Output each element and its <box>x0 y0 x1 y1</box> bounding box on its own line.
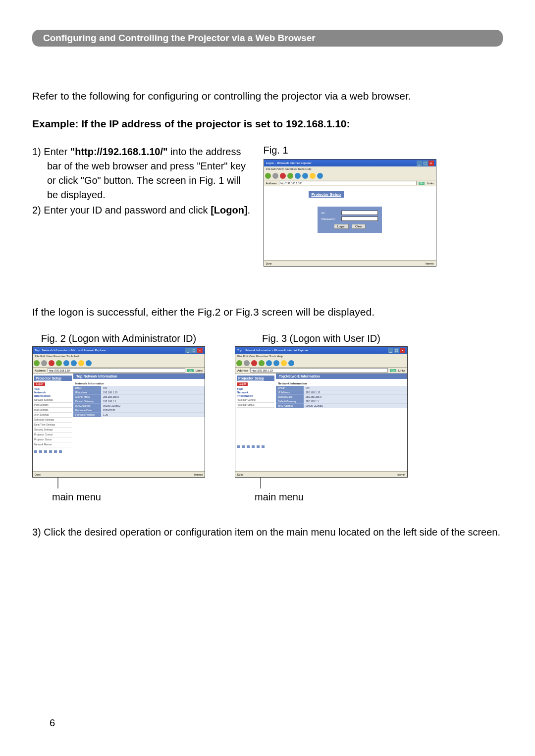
table-row: IP Address192.168.1.10 <box>73 390 205 395</box>
sidebar-item[interactable]: Security Settings <box>34 428 72 432</box>
section-title: Configuring and Controlling the Projecto… <box>43 33 316 43</box>
close-icon: × <box>400 348 405 353</box>
maximize-icon: □ <box>423 161 428 166</box>
home-icon <box>266 360 272 366</box>
history-icon <box>317 173 323 179</box>
statusbar: Done Internet <box>264 260 436 266</box>
sidebar-item[interactable]: Port Settings <box>34 403 72 408</box>
forward-icon <box>244 360 250 366</box>
toolbar <box>264 171 436 180</box>
sidebar-item[interactable]: Network Settings <box>34 398 72 403</box>
main-title: Top:Network Information <box>276 374 407 379</box>
logon-content: Projector Setup ID: Password: Logon <box>264 186 436 243</box>
favorites-icon <box>310 173 316 179</box>
success-text: If the logon is successful, either the F… <box>32 306 503 318</box>
close-icon: × <box>428 161 434 166</box>
step-2: 2) Enter your ID and password and click … <box>32 203 254 217</box>
sidebar-item[interactable]: Projector Status <box>237 403 274 408</box>
refresh-icon <box>56 360 62 366</box>
clear-button[interactable]: Clear <box>352 224 366 229</box>
sidebar-user: Projector Setup Logoff Top: Network Info… <box>235 374 276 477</box>
minimize-icon: _ <box>417 161 422 166</box>
intro-text: Refer to the following for configuring o… <box>32 89 503 103</box>
sidebar-item[interactable]: Projector Control <box>34 432 72 437</box>
back-icon <box>34 360 40 366</box>
fig2-caption: Fig. 2 (Logon with Administrator ID) <box>32 333 205 344</box>
forward-icon <box>272 173 278 179</box>
history-icon <box>86 360 92 366</box>
maximize-icon: □ <box>394 348 399 353</box>
search-icon <box>302 173 308 179</box>
go-button[interactable]: Go <box>419 182 425 185</box>
maximize-icon: □ <box>191 348 197 353</box>
section-header: Configuring and Controlling the Projecto… <box>32 30 503 47</box>
table-row: MAC Address00006F2E956D <box>276 404 407 408</box>
main-title: Top:Network Information <box>73 374 205 379</box>
addressbar: Address Go Links <box>264 180 436 186</box>
history-icon <box>288 360 294 366</box>
refresh-icon <box>287 173 293 179</box>
address-input[interactable] <box>279 181 417 185</box>
table-row: IP Address192.168.1.10 <box>276 390 407 395</box>
menubar: File Edit View Favorites Tools Help <box>264 166 436 171</box>
sidebar-item[interactable]: Schedule Settings <box>34 418 72 423</box>
step-1: 1) Enter "http://192.168.1.10/" into the… <box>32 145 254 202</box>
step-1-url: "http://192.168.1.10/" <box>70 146 168 157</box>
go-button[interactable]: Go <box>390 369 396 372</box>
logon-button[interactable]: Logon <box>334 224 349 229</box>
stop-icon <box>280 173 286 179</box>
fig3-screenshot: Top : Network Information - Microsoft In… <box>235 346 408 478</box>
fig1-label: Fig. 1 <box>264 145 503 156</box>
stop-icon <box>251 360 257 366</box>
minimize-icon: _ <box>388 348 393 353</box>
close-icon: × <box>197 348 203 353</box>
sidebar-item[interactable]: Projector Control <box>237 398 274 403</box>
sidebar-item[interactable]: Date/Time Settings <box>34 423 72 428</box>
minimize-icon: _ <box>185 348 191 353</box>
fig2-screenshot: Top : Network Information - Microsoft In… <box>32 346 205 478</box>
sidebar-item[interactable]: Mail Settings <box>34 408 72 413</box>
back-icon <box>265 173 271 179</box>
refresh-icon <box>259 360 265 366</box>
table-row: Default Gateway192.168.1.1 <box>73 399 205 404</box>
search-icon <box>273 360 279 366</box>
search-icon <box>71 360 77 366</box>
page-number: 6 <box>50 717 55 729</box>
table-row: Subnet Mask255.255.255.0 <box>276 395 407 399</box>
projector-setup-title: Projector Setup <box>309 191 344 198</box>
password-label: Password: <box>321 217 341 220</box>
id-label: ID: <box>321 212 341 215</box>
main-menu-label: main menu <box>255 491 408 503</box>
back-icon <box>236 360 242 366</box>
step-2-button: [Logon] <box>211 205 247 216</box>
favorites-icon <box>78 360 84 366</box>
id-input[interactable] <box>341 211 378 215</box>
logoff-button[interactable]: Logoff <box>237 382 248 386</box>
stop-icon <box>49 360 54 366</box>
table-row: Firmware Date2006/05/31 <box>73 408 205 413</box>
home-icon <box>63 360 69 366</box>
sidebar-admin: Projector Setup Logoff Top: Network Info… <box>33 374 73 477</box>
window-controls: _□× <box>417 161 434 166</box>
logoff-button[interactable]: Logoff <box>34 382 45 386</box>
sidebar-item[interactable]: Alert Settings <box>34 413 72 418</box>
password-input[interactable] <box>341 216 378 221</box>
forward-icon <box>41 360 47 366</box>
sidebar-item[interactable]: Network Restart <box>34 442 72 447</box>
logon-form: ID: Password: Logon Clear <box>318 207 382 233</box>
table-row: DHCPON <box>276 386 407 390</box>
sidebar-item[interactable]: Projector Status <box>34 437 72 442</box>
table-row: DHCPON <box>73 386 205 390</box>
example-heading: Example: If the IP address of the projec… <box>32 118 503 130</box>
table-row: MAC Address00006F2E956D <box>73 404 205 408</box>
address-input[interactable] <box>250 368 388 373</box>
address-input[interactable] <box>48 368 185 373</box>
main-menu-label: main menu <box>52 491 205 503</box>
table-row: Default Gateway192.168.1.1 <box>276 399 407 404</box>
table-row: Subnet Mask255.255.255.0 <box>73 395 205 399</box>
titlebar: Logon - Microsoft Internet Explorer _□× <box>264 160 436 166</box>
favorites-icon <box>281 360 287 366</box>
step-list: 1) Enter "http://192.168.1.10/" into the… <box>32 145 254 217</box>
go-button[interactable]: Go <box>187 369 194 372</box>
table-row: Firmware Version1.26 <box>73 413 205 417</box>
